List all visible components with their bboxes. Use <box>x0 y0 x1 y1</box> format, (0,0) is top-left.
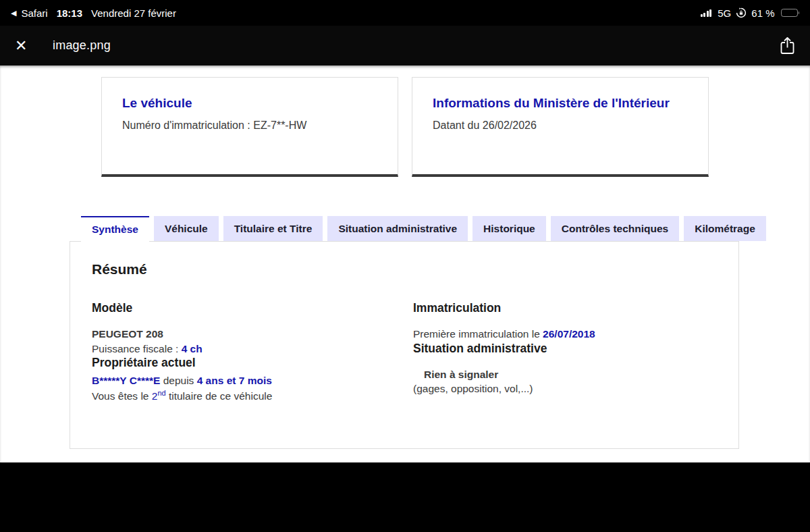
registration-heading: Immatriculation <box>413 301 717 315</box>
tab-synthese[interactable]: Synthèse <box>81 216 149 242</box>
vehicle-card-title: Le véhicule <box>122 96 377 111</box>
report-date-line: Datant du 26/02/2026 <box>433 119 688 132</box>
ministry-card-title: Informations du Ministère de l'Intérieur <box>433 96 688 111</box>
image-filename-title: image.png <box>53 38 780 53</box>
first-registration-date: 26/07/2018 <box>543 328 595 340</box>
tab-titulaire-et-titre[interactable]: Titulaire et Titre <box>223 216 323 241</box>
vehicle-card: Le véhicule Numéro d'immatriculation : E… <box>101 77 398 177</box>
battery-icon <box>781 9 800 17</box>
owner-line: B*****Y C****E depuis 4 ans et 7 mois <box>92 373 413 388</box>
ministry-info-card: Informations du Ministère de l'Intérieur… <box>412 77 709 177</box>
current-owner-heading: Propriétaire actuel <box>92 356 413 370</box>
tab-kilometrage[interactable]: Kilométrage <box>684 216 766 241</box>
back-app-label: Safari <box>21 7 47 19</box>
model-heading: Modèle <box>92 301 413 315</box>
section-tab-bar: Synthèse Véhicule Titulaire et Titre Sit… <box>81 216 766 241</box>
network-type-label: 5G <box>718 7 731 19</box>
fiscal-power-line: Puissance fiscale : 4 ch <box>92 342 413 356</box>
tab-situation-administrative[interactable]: Situation administrative <box>327 216 468 241</box>
status-bar: ◀ Safari 18:13 Vendredi 27 février 5G 61… <box>0 0 810 26</box>
share-icon[interactable] <box>780 36 795 55</box>
image-viewer-toolbar: ✕ image.png <box>0 26 810 65</box>
status-time: 18:13 <box>57 7 82 19</box>
owner-masked-name: B*****Y C****E <box>92 375 160 386</box>
ownership-duration: 4 ans et 7 mois <box>197 375 272 386</box>
registration-number-line: Numéro d'immatriculation : EZ-7**-HW <box>122 119 377 132</box>
cellular-signal-icon <box>701 9 712 17</box>
screen: ◀ Safari 18:13 Vendredi 27 février 5G 61… <box>0 0 810 532</box>
holder-rank-line: Vous êtes le 2nd titulaire de ce véhicul… <box>92 388 413 404</box>
synthese-panel: Résumé Modèle PEUGEOT 208 Puissance fisc… <box>70 241 739 449</box>
back-to-safari-button[interactable]: ◀ Safari <box>11 7 48 19</box>
previewed-image-content: Le véhicule Numéro d'immatriculation : E… <box>0 65 810 462</box>
model-name: PEUGEOT 208 <box>92 327 413 342</box>
orientation-lock-icon <box>736 7 747 18</box>
back-triangle-icon: ◀ <box>11 9 16 17</box>
battery-percent-label: 61 % <box>751 7 774 19</box>
panel-heading: Résumé <box>92 261 717 277</box>
fiscal-power-value: 4 ch <box>182 343 202 354</box>
tab-historique[interactable]: Historique <box>473 216 546 241</box>
tab-vehicule[interactable]: Véhicule <box>154 216 219 241</box>
holder-rank: 2nd <box>152 390 166 402</box>
close-icon[interactable]: ✕ <box>15 38 35 53</box>
admin-status-value: Rien à signaler <box>413 367 717 382</box>
admin-status-note: (gages, opposition, vol,...) <box>413 381 717 396</box>
status-date: Vendredi 27 février <box>91 7 176 19</box>
first-registration-line: Première immatriculation le 26/07/2018 <box>413 327 717 342</box>
tab-controles-techniques[interactable]: Contrôles techniques <box>551 216 679 241</box>
admin-status-heading: Situation administrative <box>413 342 717 356</box>
